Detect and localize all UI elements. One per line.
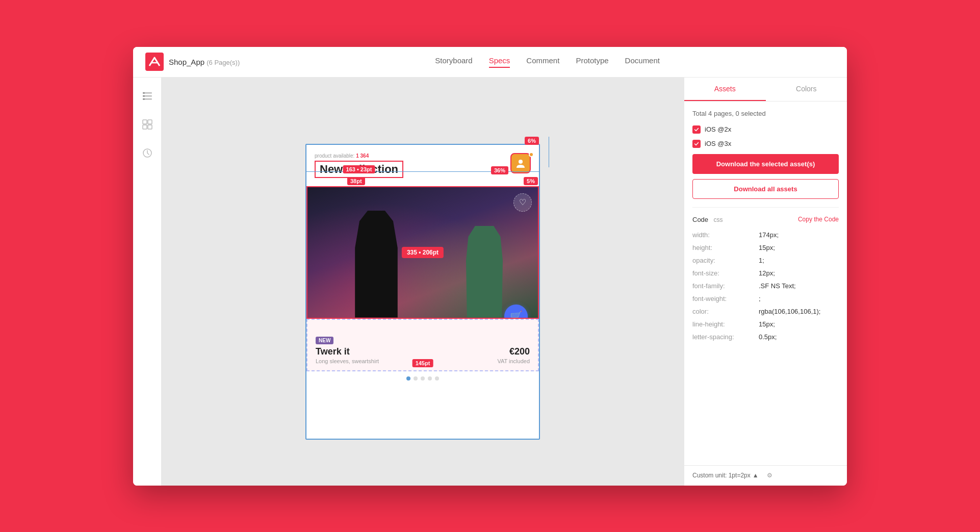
ios3x-row: iOS @3x	[692, 140, 839, 148]
svg-rect-0	[145, 53, 164, 71]
css-line-height: line-height: 15px;	[692, 320, 839, 328]
right-panel: Assets Colors Total 4 pages, 0 selected …	[684, 78, 847, 486]
right-panel-tabs: Assets Colors	[684, 78, 847, 102]
css-letter-spacing: letter-spacing: 0.5px;	[692, 333, 839, 341]
product-price: €200	[509, 346, 530, 357]
product-available: product available: 1 364	[315, 153, 531, 159]
ios2x-checkbox[interactable]	[692, 125, 701, 134]
pages-info: Total 4 pages, 0 selected	[692, 110, 839, 117]
code-header: Code css Copy the Code	[692, 215, 839, 224]
heart-button[interactable]: ♡	[513, 193, 532, 212]
svg-rect-4	[143, 92, 145, 94]
unit-label: Custom unit: 1pt=2px	[692, 472, 751, 479]
code-label-area: Code css	[692, 215, 723, 224]
tab-storyboard[interactable]: Storyboard	[435, 56, 472, 68]
ios3x-checkbox[interactable]	[692, 140, 701, 148]
annotation-145pt: 145pt	[412, 359, 433, 367]
annotation-36pct: 36%	[491, 166, 508, 174]
main-content: 6% product available: 1 364 New collecti…	[133, 78, 847, 486]
pagination-dot-2	[421, 376, 425, 381]
svg-point-12	[519, 160, 523, 164]
ios3x-label: iOS @3x	[705, 140, 731, 147]
annotation-335-206: 335 • 206pt	[402, 247, 444, 258]
tab-comment[interactable]: Comment	[526, 56, 559, 68]
css-height: height: 15px;	[692, 244, 839, 251]
unit-arrow: ▲	[753, 472, 759, 479]
pagination-dot-4	[435, 376, 439, 381]
product-vat: VAT included	[497, 358, 530, 364]
pagination-dot-3	[428, 376, 432, 381]
annotation-6pct: 6%	[525, 137, 539, 145]
product-name: Twerk it	[316, 346, 350, 357]
components-icon[interactable]	[139, 116, 156, 133]
left-sidebar	[133, 78, 162, 486]
css-color: color: rgba(106,106,106,1);	[692, 308, 839, 315]
logo-area: Shop_App (6 Page(s))	[145, 53, 240, 71]
code-type: css	[714, 216, 723, 223]
canvas-area: 6% product available: 1 364 New collecti…	[162, 78, 684, 486]
user-icon-box	[510, 153, 531, 173]
code-section: Code css Copy the Code width: 174px; hei…	[692, 207, 839, 341]
css-opacity: opacity: 1;	[692, 257, 839, 264]
product-image: ♡ 335 • 206pt 🛒	[306, 186, 539, 319]
css-width: width: 174px;	[692, 231, 839, 239]
ios2x-row: iOS @2x	[692, 125, 839, 134]
tab-prototype[interactable]: Prototype	[576, 56, 608, 68]
bottom-bar: Custom unit: 1pt=2px ▲ ⚙	[684, 465, 847, 486]
pagination-dots	[306, 371, 539, 386]
user-icon-dot	[529, 152, 534, 157]
css-font-size: font-size: 12px;	[692, 269, 839, 277]
code-label: Code	[692, 216, 708, 223]
annotation-5pct: 5%	[524, 177, 538, 185]
css-font-weight: font-weight: ;	[692, 295, 839, 302]
svg-rect-7	[143, 120, 147, 124]
svg-rect-9	[143, 125, 147, 129]
product-name-row: Twerk it €200	[316, 346, 530, 357]
annotation-38pt: 38pt	[347, 177, 365, 185]
svg-rect-6	[143, 98, 145, 100]
svg-rect-10	[148, 125, 152, 129]
new-badge: NEW	[316, 337, 333, 344]
tab-specs[interactable]: Specs	[489, 56, 510, 68]
nav-tabs: Storyboard Specs Comment Prototype Docum…	[260, 56, 835, 68]
app-window: Shop_App (6 Page(s)) Storyboard Specs Co…	[133, 47, 847, 486]
copy-code-button[interactable]: Copy the Code	[798, 216, 839, 223]
svg-rect-5	[143, 95, 145, 97]
ios2x-label: iOS @2x	[705, 125, 731, 133]
download-selected-button[interactable]: Download the selected asset(s)	[692, 154, 839, 174]
unit-selector[interactable]: Custom unit: 1pt=2px ▲	[692, 472, 759, 479]
layers-icon[interactable]	[139, 88, 156, 104]
css-font-family: font-family: .SF NS Text;	[692, 282, 839, 290]
tab-assets[interactable]: Assets	[684, 78, 766, 101]
download-all-button[interactable]: Download all assets	[692, 179, 839, 199]
logo-icon	[145, 53, 164, 71]
app-title: Shop_App (6 Page(s))	[169, 58, 240, 66]
annotation-163-23: 163 • 23pt	[343, 165, 375, 173]
header: Shop_App (6 Page(s)) Storyboard Specs Co…	[133, 47, 847, 78]
pagination-dot-0	[406, 376, 410, 381]
settings-icon[interactable]: ⚙	[767, 472, 772, 479]
product-info: NEW Twerk it €200 Long sleeves, sweartsh…	[306, 319, 539, 371]
pagination-dot-1	[414, 376, 418, 381]
right-panel-content: Total 4 pages, 0 selected iOS @2x iOS @3…	[684, 102, 847, 465]
history-icon[interactable]	[139, 145, 156, 161]
phone-header: product available: 1 364 New collection …	[306, 145, 539, 186]
phone-frame: 6% product available: 1 364 New collecti…	[305, 144, 540, 440]
svg-rect-8	[148, 120, 152, 124]
tab-colors[interactable]: Colors	[766, 78, 847, 101]
product-description: Long sleeves, sweartshirt	[316, 358, 379, 364]
tab-document[interactable]: Document	[625, 56, 660, 68]
